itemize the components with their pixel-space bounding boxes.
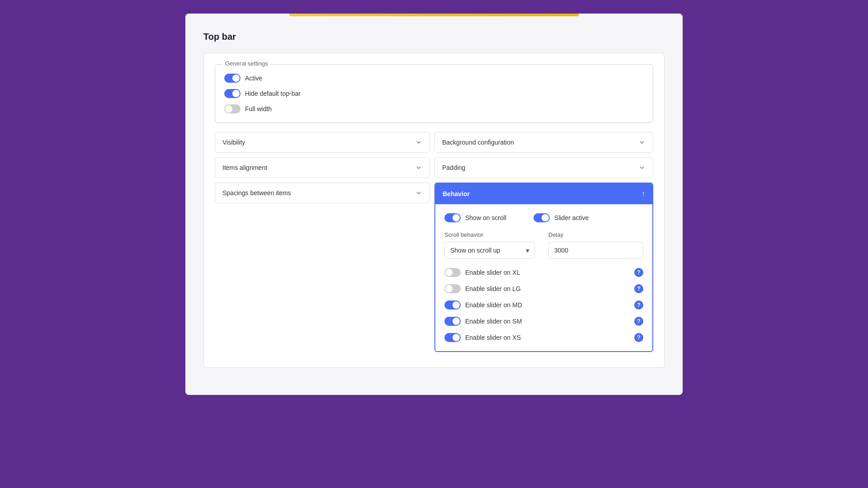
toggle-hide-default[interactable] [224,89,241,98]
toggle-active[interactable] [224,74,241,83]
scroll-behavior-select-wrapper: Show on scroll up Show on scroll down Al… [444,242,535,259]
toggle-enable-slider-xs[interactable] [444,333,461,342]
behavior-body: Show on scroll Slider active Scroll beha… [435,204,652,351]
collapsibles-grid: Visibility Items alignment Spacings betw… [215,132,653,352]
toggle-enable-slider-xl[interactable] [444,268,461,277]
slider-option-md: Enable slider on MD ? [444,300,643,310]
slider-option-sm-left: Enable slider on SM [444,317,522,326]
behavior-header[interactable]: Behavior ↑ [435,183,652,204]
scroll-behavior-field-group: Scroll behavior Show on scroll up Show o… [444,231,535,259]
slider-options: Enable slider on XL ? Enable slider on L… [444,268,643,342]
toggle-row-full-width: Full width [224,104,644,113]
left-collapsibles: Visibility Items alignment Spacings betw… [215,132,430,352]
toggle-label-full-width: Full width [245,105,272,113]
toggle-item-show-on-scroll: Show on scroll [444,213,506,222]
collapsible-visibility-label: Visibility [222,139,245,146]
behavior-section: Behavior ↑ Show on scroll Sl [434,183,653,352]
toggle-label-show-on-scroll: Show on scroll [465,214,506,221]
collapsible-background-configuration[interactable]: Background configuration [434,132,653,153]
behavior-top-toggles: Show on scroll Slider active [444,213,643,222]
collapsible-spacings[interactable]: Spacings between items [215,183,430,203]
chevron-down-icon [415,164,422,171]
collapsible-visibility[interactable]: Visibility [215,132,430,153]
toggle-row-active: Active [224,74,644,83]
label-enable-slider-xs: Enable slider on XS [465,334,521,341]
scroll-behavior-select[interactable]: Show on scroll up Show on scroll down Al… [444,242,535,259]
chevron-down-icon [638,164,646,171]
toggle-full-width[interactable] [224,104,241,113]
right-column: Background configuration Padding Behavio… [434,132,653,352]
help-icon-md[interactable]: ? [634,300,643,310]
help-icon-xs[interactable]: ? [634,333,643,342]
chevron-down-icon [638,139,646,146]
general-settings-legend: General settings [222,60,271,67]
label-enable-slider-xl: Enable slider on XL [465,269,520,276]
chevron-up-icon: ↑ [642,190,645,198]
collapsible-spacings-label: Spacings between items [222,189,291,197]
slider-option-lg: Enable slider on LG ? [444,284,643,293]
label-enable-slider-sm: Enable slider on SM [465,318,522,325]
collapsible-padding-label: Padding [442,164,465,171]
page-title: Top bar [203,32,665,42]
delay-field-group: Delay [548,231,643,259]
slider-option-sm: Enable slider on SM ? [444,317,643,326]
toggle-show-on-scroll[interactable] [444,213,461,222]
main-container: Top bar General settings Active Hide def… [185,14,683,395]
collapsible-items-alignment-label: Items alignment [222,164,267,171]
general-settings-group: General settings Active Hide default top… [215,64,653,123]
settings-panel: General settings Active Hide default top… [203,53,665,368]
chevron-down-icon [415,189,422,197]
slider-option-md-left: Enable slider on MD [444,300,522,310]
slider-option-xs: Enable slider on XS ? [444,333,643,342]
toggle-enable-slider-lg[interactable] [444,284,461,293]
toggle-row-hide-default: Hide default top-bar [224,89,644,98]
toggle-label-slider-active: Slider active [554,214,589,221]
help-icon-xl[interactable]: ? [634,268,643,277]
toggle-label-active: Active [245,75,262,82]
toggle-item-slider-active: Slider active [533,213,589,222]
toggle-slider-active[interactable] [533,213,550,222]
top-bar-indicator [289,14,579,16]
toggle-enable-slider-sm[interactable] [444,317,461,326]
collapsible-background-label: Background configuration [442,139,514,146]
help-icon-lg[interactable]: ? [634,284,643,293]
behavior-title: Behavior [443,190,470,197]
help-icon-sm[interactable]: ? [634,317,643,326]
slider-option-lg-left: Enable slider on LG [444,284,521,293]
behavior-fields: Scroll behavior Show on scroll up Show o… [444,231,643,259]
label-enable-slider-lg: Enable slider on LG [465,285,521,292]
collapsible-padding[interactable]: Padding [434,157,653,178]
delay-input[interactable] [548,242,643,259]
toggle-enable-slider-md[interactable] [444,300,461,310]
toggle-label-hide-default: Hide default top-bar [245,90,301,97]
delay-label: Delay [548,231,643,238]
scroll-behavior-label: Scroll behavior [444,231,535,238]
slider-option-xl: Enable slider on XL ? [444,268,643,277]
chevron-down-icon [415,139,422,146]
collapsible-items-alignment[interactable]: Items alignment [215,157,430,178]
label-enable-slider-md: Enable slider on MD [465,301,522,309]
slider-option-xl-left: Enable slider on XL [444,268,520,277]
slider-option-xs-left: Enable slider on XS [444,333,521,342]
